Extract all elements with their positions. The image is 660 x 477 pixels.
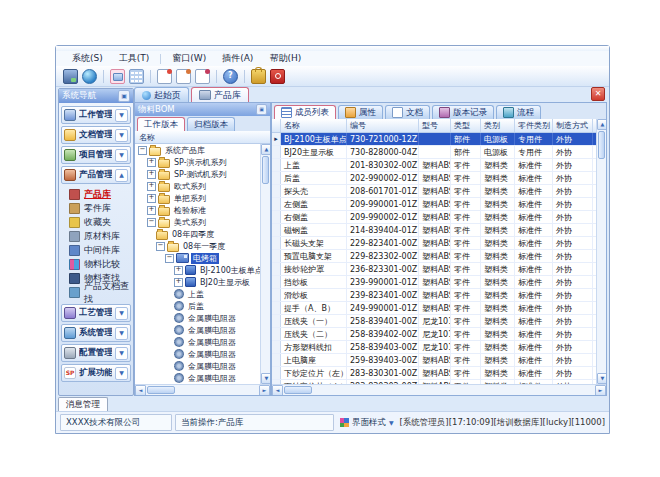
members-tab[interactable]: 版本记录: [432, 105, 494, 119]
menu-item[interactable]: 插件(A): [214, 51, 261, 66]
sidebar-group-craft[interactable]: 工艺管理▼: [61, 304, 131, 322]
table-row[interactable]: 压线夹（一）258-839401-00Z尼龙1010零件塑料类标准件外协条: [272, 315, 596, 328]
table-row[interactable]: 提手（A、B）249-990001-01Z塑料ABS零件塑料类标准件外协条: [272, 302, 596, 315]
sidebar-item-lib-brown[interactable]: 零件库: [69, 202, 131, 215]
sidebar-item-lib-red[interactable]: 产品库: [69, 188, 131, 201]
chevron-down-icon[interactable]: ▼: [115, 367, 128, 380]
tree-node[interactable]: 金属膜电阻器: [135, 372, 260, 384]
table-vertical-scrollbar[interactable]: [596, 119, 606, 384]
sidebar-group-product[interactable]: 产品管理▲: [61, 166, 131, 184]
scroll-thumb[interactable]: [147, 386, 175, 394]
table-row[interactable]: ▸BJ-2100主板单点730-721000-12Z部件电源板专用件外协颗: [272, 133, 596, 146]
tree-node[interactable]: −电烤箱: [135, 252, 260, 264]
table-row[interactable]: BJ20主显示板730-828000-04Z部件电源板专用件外协颗: [272, 146, 596, 159]
members-tab[interactable]: 属性: [338, 105, 383, 119]
column-header[interactable]: 型号: [419, 119, 451, 132]
members-tab[interactable]: 成员列表: [274, 105, 336, 119]
scroll-left-icon[interactable]: [272, 385, 283, 396]
table-row[interactable]: 后盖202-990002-01Z塑料ABS零件塑料类标准件外协条: [272, 172, 596, 185]
menu-item[interactable]: 窗口(W): [164, 51, 214, 66]
column-header[interactable]: 名称: [281, 119, 347, 132]
sidebar-group-document[interactable]: 文档管理▼: [61, 126, 131, 144]
sidebar-item-lib-yellow[interactable]: 收藏夹: [69, 216, 131, 229]
sidebar-group-sp[interactable]: 扩展功能▼: [61, 364, 131, 382]
chevron-down-icon[interactable]: ▼: [115, 129, 128, 142]
menu-item[interactable]: 工具(T): [111, 51, 158, 66]
doc-save-icon[interactable]: [176, 69, 191, 84]
message-management-tab[interactable]: 消息管理: [58, 397, 108, 411]
scroll-down-icon[interactable]: [597, 373, 606, 384]
expand-icon[interactable]: +: [174, 278, 183, 287]
table-row[interactable]: 磁钢盖214-839404-01Z塑料ABS零件塑料类标准件外协条: [272, 224, 596, 237]
column-header[interactable]: 类型: [451, 119, 481, 132]
expand-icon[interactable]: +: [147, 170, 156, 179]
sidebar-item-lib-gray[interactable]: 原材料库: [69, 230, 131, 243]
tree-node[interactable]: +BJ20主显示板: [135, 276, 260, 288]
expand-icon[interactable]: +: [147, 194, 156, 203]
menu-item[interactable]: 系统(S): [64, 51, 111, 66]
tree-node[interactable]: +欧式系列: [135, 180, 260, 192]
ui-style-button[interactable]: 界面样式 ▼: [337, 417, 397, 429]
sidebar-group-config[interactable]: 配置管理▼: [61, 344, 131, 362]
chevron-down-icon[interactable]: ▼: [115, 109, 128, 122]
sidebar-group-work[interactable]: 工作管理▼: [61, 106, 131, 124]
table-row[interactable]: 右侧盖209-990002-01Z塑料ABS零件塑料类标准件外协条: [272, 211, 596, 224]
tree-node[interactable]: 金属膜电阻器: [135, 348, 260, 360]
column-header[interactable]: 编号: [347, 119, 419, 132]
table-row[interactable]: 方形塑料线扣258-839403-00Z尼龙1010零件塑料类标准件外协条: [272, 341, 596, 354]
scroll-up-icon[interactable]: [597, 119, 606, 130]
table-horizontal-scrollbar[interactable]: [272, 384, 606, 395]
tree-node[interactable]: 金属膜电阻器: [135, 324, 260, 336]
table-row[interactable]: 挡纱板239-990001-01Z塑料ABS零件塑料类标准件外协条: [272, 276, 596, 289]
collapse-icon[interactable]: −: [165, 254, 174, 263]
expand-icon[interactable]: +: [147, 158, 156, 167]
collapse-icon[interactable]: −: [147, 218, 156, 227]
expand-icon[interactable]: +: [147, 182, 156, 191]
column-header[interactable]: 零件类别: [515, 119, 553, 132]
sidebar-item-compare[interactable]: 物料比较: [69, 258, 131, 271]
tree-node[interactable]: 08年四季度: [135, 228, 260, 240]
tree-node[interactable]: +SP-测试机系列: [135, 168, 260, 180]
scroll-left-icon[interactable]: [135, 385, 146, 396]
table-row[interactable]: 长磁头支架229-823401-00Z塑料ABS零件塑料类标准件外协条: [272, 237, 596, 250]
sidebar-item-doc-search[interactable]: 产品文档查找: [69, 286, 131, 299]
scroll-thumb[interactable]: [262, 156, 269, 184]
collapse-icon[interactable]: −: [156, 242, 165, 251]
tree-node[interactable]: 金属膜电阻器: [135, 336, 260, 348]
sidebar-group-project[interactable]: 项目管理▼: [61, 146, 131, 164]
help-icon[interactable]: [223, 69, 238, 84]
folder-open-icon[interactable]: [110, 69, 125, 84]
chevron-up-icon[interactable]: ▲: [115, 169, 128, 182]
tree-node[interactable]: 后盖: [135, 300, 260, 312]
menu-item[interactable]: 帮助(H): [261, 51, 309, 66]
scroll-right-icon[interactable]: [595, 385, 606, 396]
doc-new-icon[interactable]: [157, 69, 172, 84]
start-page-icon[interactable]: [63, 69, 78, 84]
members-tab[interactable]: 文档: [385, 105, 430, 119]
collapse-icon[interactable]: −: [138, 146, 147, 155]
tree-horizontal-scrollbar[interactable]: [135, 384, 270, 395]
column-header[interactable]: 类别: [481, 119, 515, 132]
scroll-thumb[interactable]: [284, 386, 312, 394]
tree-vertical-scrollbar[interactable]: [260, 144, 270, 384]
version-tab[interactable]: 工作版本: [137, 117, 185, 131]
tree-node[interactable]: −08年一季度: [135, 240, 260, 252]
tree-node[interactable]: +检验标准: [135, 204, 260, 216]
close-tab-button[interactable]: ✕: [591, 87, 605, 101]
doc-revert-icon[interactable]: [195, 69, 210, 84]
expand-icon[interactable]: +: [174, 266, 183, 275]
table-row[interactable]: 下纱定位片（左）283-830301-00Z塑料ABS零件塑料类标准件外协条: [272, 367, 596, 380]
scroll-up-icon[interactable]: [261, 144, 270, 155]
chevron-down-icon[interactable]: ▼: [115, 327, 128, 340]
sidebar-item-lib-blue[interactable]: 中间件库: [69, 244, 131, 257]
report-table-icon[interactable]: [129, 69, 144, 84]
tree-node[interactable]: 金属膜电阻器: [135, 360, 260, 372]
scroll-down-icon[interactable]: [261, 373, 270, 384]
pin-icon[interactable]: ▣: [118, 90, 130, 102]
table-row[interactable]: 上盖201-830302-00Z塑料ABS零件塑料类标准件外协条: [272, 159, 596, 172]
chevron-down-icon[interactable]: ▼: [115, 149, 128, 162]
table-row[interactable]: 接纱轮护罩236-823301-00Z塑料ABS零件塑料类标准件外协条: [272, 263, 596, 276]
tree-node[interactable]: +SP-演示机系列: [135, 156, 260, 168]
tree-node[interactable]: 上盖: [135, 288, 260, 300]
tree-node[interactable]: +BJ-2100主板单点: [135, 264, 260, 276]
